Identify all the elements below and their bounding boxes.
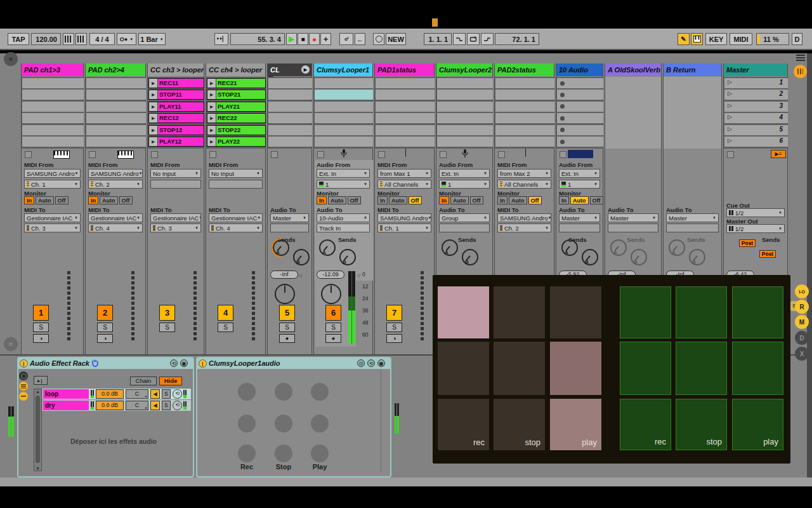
show-devices-toggle[interactable] [19, 392, 28, 401]
send-b-knob[interactable]: B [462, 249, 478, 265]
routing-dropdown[interactable]: Master▼ [608, 213, 658, 222]
chain-row[interactable]: loop0.0 dBC◂◀S⟲ [43, 389, 191, 399]
crossfader-toggle[interactable]: X [795, 347, 809, 361]
looper-knob[interactable] [275, 415, 292, 432]
clip-stop-button[interactable] [560, 104, 565, 109]
clip-slot[interactable] [495, 137, 554, 147]
left-pad[interactable] [494, 342, 545, 395]
clip[interactable]: ▶STOP21 [207, 90, 266, 100]
io-section-toggle[interactable]: I-O [795, 284, 809, 298]
track-header[interactable]: A OldSkoolVerb [605, 64, 661, 76]
track-number-button[interactable]: 3 [159, 305, 175, 321]
clip-slot[interactable] [268, 137, 312, 147]
clip[interactable]: ▶REC11 [148, 78, 204, 88]
chain-view-button[interactable]: Chain [130, 377, 157, 385]
routing-dropdown[interactable]: Master▼ [559, 213, 600, 222]
clip-slot[interactable] [557, 113, 603, 123]
scene-slot[interactable]: ▷6 [724, 137, 788, 147]
chain-pan[interactable]: C◂ [126, 389, 148, 399]
left-pad[interactable] [438, 342, 489, 395]
clip-launch-button[interactable]: ▶ [207, 79, 216, 88]
send-b-knob[interactable]: B [582, 249, 598, 265]
play-button[interactable]: ▶ [286, 33, 297, 45]
left-pad[interactable]: play [550, 399, 601, 450]
routing-dropdown[interactable]: Gestionnaire IAC▼ [24, 213, 81, 222]
scene-slot[interactable]: ▷1 [724, 78, 788, 88]
routing-dropdown[interactable]: Master▼ [270, 213, 309, 222]
routing-dropdown[interactable]: Ch. 4▼ [88, 224, 143, 232]
scene-slot[interactable]: ▷2 [724, 90, 788, 100]
clip-stop-button[interactable] [560, 81, 565, 86]
routing-dropdown[interactable]: Ch. 2▼ [88, 180, 143, 189]
send-b-knob[interactable]: B [293, 249, 310, 265]
solo-button[interactable]: S [33, 323, 49, 332]
routing-dropdown-empty[interactable] [439, 224, 490, 232]
routing-dropdown-empty[interactable] [608, 224, 658, 232]
clip-launch-button[interactable]: ▶ [207, 102, 216, 111]
monitor-auto-button[interactable]: Auto [328, 196, 346, 204]
solo-button[interactable]: S [279, 323, 295, 332]
scene-slot[interactable]: ▷4 [724, 113, 788, 123]
hide-button[interactable]: Hide [159, 377, 182, 385]
track-activator-checkbox[interactable] [151, 151, 158, 158]
scene-launch-button[interactable]: ▷ [728, 102, 732, 109]
clip-launch-button[interactable]: ▶ [207, 114, 216, 123]
send-a-knob[interactable]: A [319, 239, 336, 256]
looper-knob[interactable] [275, 383, 292, 401]
session-record-button[interactable] [373, 33, 384, 45]
track-activator-checkbox[interactable] [89, 151, 96, 158]
routing-dropdown[interactable]: 1▼ [439, 180, 490, 189]
looper-knob[interactable] [238, 415, 256, 432]
volume-display[interactable]: -Inf [270, 271, 298, 279]
stop-button[interactable]: ■ [298, 33, 308, 45]
routing-dropdown[interactable]: Ext. In▼ [317, 169, 370, 178]
track-header[interactable]: ClumsyLooper1 [314, 64, 372, 76]
groove-selector[interactable]: O●▼ [117, 33, 136, 45]
clip[interactable]: ▶STOP11 [148, 90, 204, 100]
routing-dropdown[interactable]: Ch. 4▼ [209, 224, 263, 232]
clip-slot[interactable] [437, 113, 493, 123]
routing-dropdown[interactable]: SAMSUNG Andro▼ [377, 213, 431, 222]
clip-slot[interactable] [315, 102, 373, 112]
disk-overload-indicator[interactable]: D [792, 33, 802, 45]
hamburger-menu-icon[interactable] [796, 55, 805, 61]
track-number-button[interactable]: 6 [325, 305, 341, 321]
track-activator-checkbox[interactable] [317, 151, 324, 158]
clip-slot[interactable] [495, 78, 554, 88]
clip-slot[interactable] [437, 102, 493, 112]
clip-launch-button[interactable]: ▶ [149, 137, 158, 146]
send-a-knob[interactable]: A [669, 239, 685, 256]
right-pad[interactable]: play [732, 399, 783, 450]
show-macros-toggle[interactable] [19, 371, 28, 380]
track-delay-toggle[interactable]: D [795, 331, 809, 345]
chain-name[interactable]: loop [43, 389, 89, 399]
clip-slot[interactable] [557, 102, 603, 112]
clip-slot[interactable] [376, 102, 435, 112]
arm-button[interactable]: ● [325, 334, 341, 343]
clip[interactable]: ▶REC21 [207, 78, 266, 88]
clip-slot[interactable] [86, 125, 146, 135]
track-header[interactable]: Master [724, 64, 787, 76]
routing-dropdown[interactable]: from Max 1▼ [377, 169, 431, 178]
time-signature[interactable]: 4 / 4 [89, 33, 115, 45]
solo-button[interactable]: S [159, 323, 175, 332]
chain-hot-swap-icon[interactable]: ⟲ [173, 401, 182, 410]
record-button[interactable]: ● [309, 33, 320, 45]
clip-slot[interactable] [22, 137, 84, 147]
routing-dropdown[interactable]: SAMSUNG Andro▼ [497, 213, 551, 222]
loop-button[interactable] [467, 33, 480, 45]
looper-knob[interactable] [311, 444, 329, 462]
track-header[interactable]: 10 Audio [556, 64, 603, 76]
track-header[interactable]: PAD1status [375, 64, 434, 76]
chain-scrollbar[interactable]: ▲ ▼ [34, 389, 42, 471]
clip-slot[interactable] [268, 102, 312, 112]
capture-new-button[interactable]: NEW [386, 33, 406, 45]
track-activator-checkbox[interactable] [560, 151, 566, 158]
arm-button[interactable]: ◑ [386, 334, 402, 343]
computer-midi-keyboard-button[interactable] [691, 33, 703, 45]
clip-slot[interactable] [315, 137, 373, 147]
left-pad[interactable]: stop [494, 399, 545, 450]
right-pad[interactable] [676, 286, 727, 338]
clip-slot[interactable] [315, 90, 373, 100]
show-browser-chevron[interactable]: ▼ [4, 52, 18, 66]
